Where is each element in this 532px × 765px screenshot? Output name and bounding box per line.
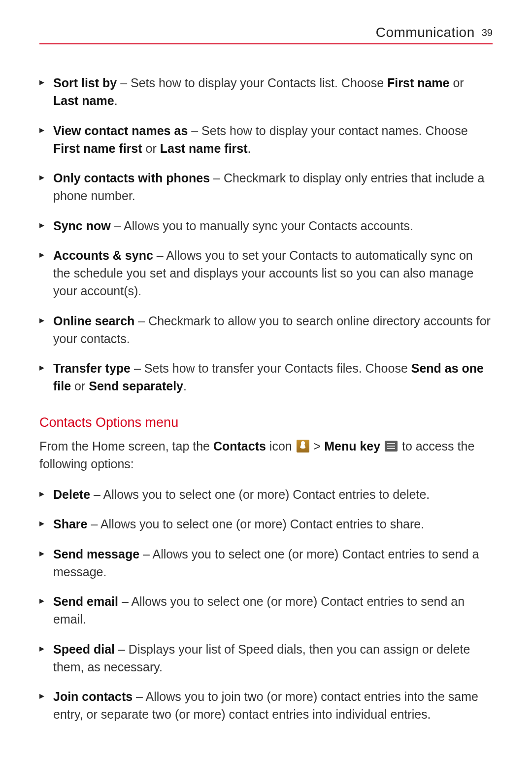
item-bold: Last name bbox=[53, 94, 114, 107]
item-title: View contact names as bbox=[53, 124, 188, 138]
list-item: Delete – Allows you to select one (or mo… bbox=[39, 486, 493, 503]
settings-list: Sort list by – Sets how to display your … bbox=[39, 74, 493, 395]
list-item: Send email – Allows you to select one (o… bbox=[39, 592, 493, 628]
intro-text: From the Home screen, tap the bbox=[39, 439, 213, 453]
list-item: View contact names as – Sets how to disp… bbox=[39, 122, 493, 158]
header-section-title: Communication bbox=[376, 25, 475, 40]
item-title: Accounts & sync bbox=[53, 248, 153, 262]
options-list: Delete – Allows you to select one (or mo… bbox=[39, 486, 493, 724]
item-bold: First name bbox=[387, 76, 449, 90]
intro-text: icon bbox=[266, 439, 296, 453]
header-page-number: 39 bbox=[482, 27, 493, 38]
item-bold: Send separately bbox=[89, 379, 183, 393]
item-title: Speed dial bbox=[53, 642, 115, 656]
item-bold: Last name first bbox=[160, 141, 248, 155]
list-item: Share – Allows you to select one (or mor… bbox=[39, 515, 493, 533]
item-title: Send email bbox=[53, 594, 118, 608]
intro-bold: Contacts bbox=[213, 439, 266, 453]
item-text: or bbox=[71, 379, 89, 393]
item-text: . bbox=[114, 94, 118, 107]
item-text: – Displays your list of Speed dials, the… bbox=[53, 642, 470, 674]
item-text: – Allows you to select one (or more) Con… bbox=[90, 487, 430, 501]
item-text: – Sets how to display your Contacts list… bbox=[117, 76, 387, 90]
list-item: Transfer type – Sets how to transfer you… bbox=[39, 359, 493, 395]
list-item: Accounts & sync – Allows you to set your… bbox=[39, 246, 493, 300]
item-title: Delete bbox=[53, 487, 90, 501]
contacts-icon bbox=[297, 440, 309, 452]
item-title: Sort list by bbox=[53, 76, 117, 90]
section-heading: Contacts Options menu bbox=[39, 415, 493, 430]
item-text: or bbox=[450, 76, 464, 90]
intro-text: > bbox=[310, 439, 325, 453]
list-item: Speed dial – Displays your list of Speed… bbox=[39, 640, 493, 676]
intro-paragraph: From the Home screen, tap the Contacts i… bbox=[39, 437, 493, 473]
intro-bold: Menu key bbox=[324, 439, 380, 453]
item-title: Share bbox=[53, 517, 87, 531]
item-text: – Sets how to transfer your Contacts fil… bbox=[131, 361, 411, 375]
item-title: Online search bbox=[53, 314, 134, 328]
item-text: – Allows you to select one (or more) Con… bbox=[87, 517, 424, 531]
item-title: Join contacts bbox=[53, 690, 133, 703]
menu-key-icon bbox=[385, 441, 398, 452]
item-text: – Sets how to display your contact names… bbox=[188, 124, 467, 138]
list-item: Online search – Checkmark to allow you t… bbox=[39, 312, 493, 348]
list-item: Send message – Allows you to select one … bbox=[39, 545, 493, 581]
item-text: . bbox=[248, 141, 251, 155]
manual-page: Communication 39 Sort list by – Sets how… bbox=[0, 0, 532, 765]
item-title: Sync now bbox=[53, 219, 111, 233]
item-bold: First name first bbox=[53, 141, 142, 155]
list-item: Only contacts with phones – Checkmark to… bbox=[39, 169, 493, 205]
item-text: . bbox=[183, 379, 187, 393]
item-title: Transfer type bbox=[53, 361, 131, 375]
list-item: Sort list by – Sets how to display your … bbox=[39, 74, 493, 110]
list-item: Sync now – Allows you to manually sync y… bbox=[39, 217, 493, 235]
page-header: Communication 39 bbox=[39, 25, 493, 44]
item-title: Only contacts with phones bbox=[53, 171, 210, 185]
item-title: Send message bbox=[53, 547, 139, 561]
item-text: – Allows you to manually sync your Conta… bbox=[111, 219, 413, 233]
list-item: Join contacts – Allows you to join two (… bbox=[39, 688, 493, 724]
item-text: or bbox=[142, 141, 160, 155]
